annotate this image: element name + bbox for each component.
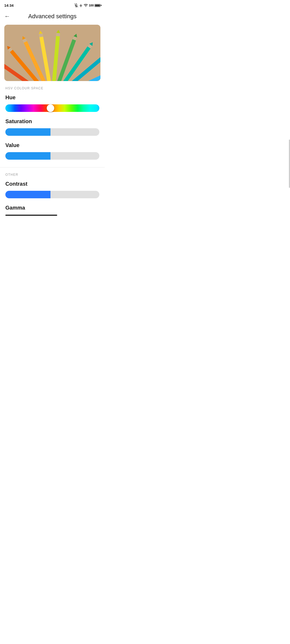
svg-point-3: [85, 6, 86, 7]
value-slider-group: Value: [0, 142, 105, 166]
status-bar: 14:34 100: [0, 0, 105, 10]
svg-rect-21: [56, 33, 60, 36]
hsv-section-label: HSV COLOUR SPACE: [0, 86, 105, 90]
hue-slider[interactable]: [5, 104, 99, 112]
top-nav: ← Advanced settings: [0, 10, 105, 25]
status-icons: 100: [74, 3, 100, 7]
hue-thumb[interactable]: [47, 104, 54, 112]
other-section-label: OTHER: [0, 173, 105, 177]
preview-image: [4, 25, 100, 81]
contrast-slider-group: Contrast: [0, 181, 105, 205]
section-divider: [0, 167, 105, 167]
value-label: Value: [5, 142, 99, 148]
gamma-label: Gamma: [5, 205, 99, 211]
value-slider[interactable]: [5, 152, 99, 160]
saturation-label: Saturation: [5, 118, 99, 125]
battery-icon: [95, 4, 100, 7]
hue-label: Hue: [5, 94, 99, 101]
gamma-slider-group: Gamma: [0, 205, 105, 216]
page-title: Advanced settings: [28, 13, 77, 20]
wifi-icon: [84, 4, 88, 7]
contrast-slider[interactable]: [5, 191, 99, 198]
battery-percent: 100: [89, 4, 94, 7]
airplane-icon: [79, 4, 83, 7]
svg-rect-18: [39, 34, 43, 37]
saturation-slider-group: Saturation: [0, 118, 105, 142]
saturation-slider[interactable]: [5, 128, 99, 136]
mute-icon: [74, 3, 78, 7]
gamma-slider-partial[interactable]: [5, 215, 57, 216]
back-button[interactable]: ←: [4, 12, 12, 20]
hue-slider-group: Hue: [0, 94, 105, 118]
contrast-label: Contrast: [5, 181, 99, 187]
status-time: 14:34: [4, 3, 14, 8]
